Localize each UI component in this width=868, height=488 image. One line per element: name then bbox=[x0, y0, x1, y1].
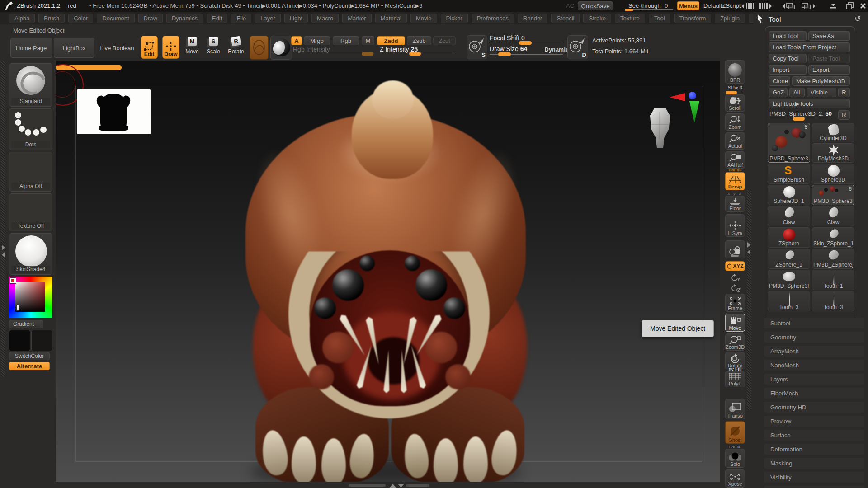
close-window-icon[interactable] bbox=[860, 3, 866, 9]
menu-stroke[interactable]: Stroke bbox=[583, 14, 611, 23]
shelf-collapse-arrow-icon[interactable] bbox=[747, 249, 750, 255]
panel-shift-right-icon[interactable] bbox=[801, 2, 816, 10]
material-button[interactable] bbox=[270, 36, 292, 60]
tool-thumb[interactable]: ZSphere_1 bbox=[768, 249, 810, 269]
stroke-type-button[interactable] bbox=[250, 36, 269, 60]
rgb-button[interactable]: Rgb bbox=[333, 36, 359, 45]
tool-thumb[interactable]: Tooth_3 bbox=[768, 291, 810, 311]
menu-texture[interactable]: Texture bbox=[615, 14, 645, 23]
solo-button[interactable]: Solo bbox=[725, 449, 745, 468]
frame-button[interactable]: Frame bbox=[725, 294, 745, 312]
hscroll-right-bar[interactable] bbox=[406, 484, 429, 487]
edit-mode-button[interactable]: Edit bbox=[141, 36, 158, 59]
slider-r-button[interactable]: R bbox=[838, 110, 850, 120]
menu-marker[interactable]: Marker bbox=[342, 14, 371, 23]
lsym-button[interactable]: L.Sym bbox=[725, 214, 745, 237]
divider-collapse-right-icon[interactable] bbox=[759, 3, 772, 9]
mrgb-button[interactable]: Mrgb bbox=[304, 36, 330, 45]
menu-macro[interactable]: Macro bbox=[311, 14, 339, 23]
current-tool-thumb[interactable]: 6 PM3D_Sphere3 bbox=[768, 123, 810, 163]
scroll-down-arrow-icon[interactable] bbox=[398, 484, 404, 488]
menu-stencil[interactable]: Stencil bbox=[551, 14, 580, 23]
lightbox-button[interactable]: LightBox bbox=[54, 38, 94, 58]
home-page-button[interactable]: Home Page bbox=[10, 38, 52, 58]
zoom3d-button[interactable]: Zoom3D bbox=[725, 333, 745, 351]
tool-thumb[interactable]: Tooth_3 bbox=[812, 291, 854, 311]
menu-preferences[interactable]: Preferences bbox=[472, 14, 514, 23]
menu-picker[interactable]: Picker bbox=[441, 14, 468, 23]
minimize-icon[interactable] bbox=[829, 3, 837, 9]
tool-thumb[interactable]: Claw bbox=[812, 206, 854, 226]
save-as-button[interactable]: Save As bbox=[808, 31, 850, 41]
export-button[interactable]: Export bbox=[808, 65, 850, 75]
tool-thumb[interactable]: Sphere3D bbox=[812, 164, 854, 184]
current-texture-button[interactable]: Texture Off bbox=[9, 193, 52, 231]
zsub-button[interactable]: Zsub bbox=[407, 36, 431, 45]
alpha-channel-toggle[interactable]: A bbox=[291, 36, 302, 45]
menu-brush[interactable]: Brush bbox=[38, 14, 65, 23]
menu-dynamics[interactable]: Dynamics bbox=[166, 14, 203, 23]
section-geometry-hd[interactable]: Geometry HD bbox=[764, 402, 864, 413]
menu-document[interactable]: Document bbox=[97, 14, 134, 23]
secondary-color-swatch[interactable] bbox=[31, 330, 52, 351]
scroll-up-arrow-icon[interactable] bbox=[390, 484, 396, 488]
tool-thumb[interactable]: ZSphere bbox=[768, 227, 810, 248]
section-surface[interactable]: Surface bbox=[764, 430, 864, 441]
tool-thumb[interactable]: PM3D_ZSphere_ bbox=[812, 249, 854, 269]
tray-collapse-arrow-icon[interactable] bbox=[2, 252, 5, 258]
section-nanomesh[interactable]: NanoMesh bbox=[764, 360, 864, 371]
paste-tool-button[interactable]: Paste Tool bbox=[808, 54, 850, 63]
rotate-mode-button[interactable]: R Rotate bbox=[226, 37, 246, 55]
menu-transform[interactable]: Transform bbox=[674, 14, 712, 23]
transp-button[interactable]: Transp bbox=[725, 399, 745, 419]
alternate-button[interactable]: Alternate bbox=[9, 362, 50, 370]
panel-shift-left-icon[interactable] bbox=[782, 2, 797, 10]
color-sv-square[interactable] bbox=[15, 282, 45, 312]
rotate-z-button[interactable] bbox=[725, 283, 745, 292]
menu-light[interactable]: Light bbox=[284, 14, 308, 23]
z-intensity-handle[interactable] bbox=[409, 52, 421, 56]
left-tray-divider[interactable] bbox=[1, 61, 5, 377]
make-polymesh3d-button[interactable]: Make PolyMesh3D bbox=[792, 76, 850, 86]
rotate-y-button[interactable] bbox=[725, 272, 745, 282]
stroke-popup-button-d[interactable]: D bbox=[567, 35, 588, 59]
goz-r-button[interactable]: R bbox=[838, 88, 850, 97]
menus-button[interactable]: Menus bbox=[677, 1, 699, 10]
bpr-button[interactable]: BPR bbox=[725, 60, 745, 84]
see-through-slider-handle[interactable] bbox=[625, 9, 633, 11]
color-picker[interactable] bbox=[9, 277, 52, 318]
move-canvas-button[interactable]: Move bbox=[725, 314, 745, 332]
zadd-button[interactable]: Zadd bbox=[377, 36, 405, 45]
section-geometry[interactable]: Geometry bbox=[764, 332, 864, 343]
copy-tool-button[interactable]: Copy Tool bbox=[769, 54, 807, 63]
rotate-xyz-button[interactable]: XYZ bbox=[725, 261, 745, 271]
ghost-button[interactable]: Ghost bbox=[725, 421, 745, 444]
draw-size-handle[interactable] bbox=[498, 52, 511, 56]
restore-window-icon[interactable] bbox=[846, 2, 854, 9]
tool-thumb[interactable]: Claw bbox=[768, 206, 810, 226]
menu-material[interactable]: Material bbox=[375, 14, 407, 23]
shelf-expand-arrow-icon[interactable] bbox=[747, 242, 750, 248]
section-visibility[interactable]: Visibility bbox=[764, 472, 864, 483]
tool-thumb[interactable]: Skin_ZSphere_1 bbox=[812, 227, 854, 248]
polyf-button[interactable]: PolyF bbox=[725, 371, 745, 387]
current-material-button[interactable]: SkinShade4 bbox=[9, 233, 52, 275]
menu-file[interactable]: File bbox=[231, 14, 251, 23]
divider-collapse-left-icon[interactable] bbox=[741, 3, 755, 9]
clone-button[interactable]: Clone bbox=[769, 76, 790, 86]
xpose-button[interactable]: Xpose bbox=[725, 469, 745, 488]
panel-reset-icon[interactable]: ↻ bbox=[854, 14, 861, 23]
gradient-toggle[interactable]: Gradient bbox=[9, 320, 43, 328]
main-color-swatch[interactable] bbox=[9, 330, 30, 351]
live-boolean-button[interactable]: Live Boolean bbox=[96, 38, 138, 58]
current-alpha-button[interactable]: Alpha Off bbox=[9, 152, 52, 192]
goz-button[interactable]: GoZ bbox=[769, 88, 788, 97]
menu-draw[interactable]: Draw bbox=[138, 14, 163, 23]
active-tool-slider-handle[interactable] bbox=[793, 117, 805, 121]
focal-shift-handle[interactable] bbox=[519, 41, 532, 45]
hscroll-left-bar[interactable] bbox=[349, 484, 386, 487]
menu-zplugin[interactable]: Zplugin bbox=[715, 14, 745, 23]
section-subtool[interactable]: Subtool bbox=[764, 318, 864, 328]
dynamic-solo-sliver[interactable]: namic bbox=[725, 445, 745, 449]
persp-button[interactable]: Persp bbox=[725, 172, 745, 190]
